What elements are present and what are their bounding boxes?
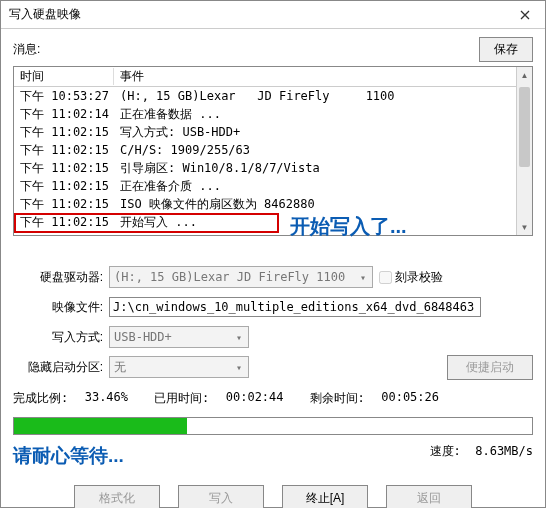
abort-button[interactable]: 终止[A] — [282, 485, 368, 508]
speed-value: 8.63MB/s — [475, 444, 533, 458]
burn-verify-checkbox[interactable]: 刻录校验 — [379, 269, 443, 286]
annotation-start-writing: 开始写入了... — [290, 213, 407, 240]
close-icon — [520, 10, 530, 20]
titlebar: 写入硬盘映像 — [1, 1, 545, 29]
burn-verify-input — [379, 271, 392, 284]
write-mode-select: USB-HDD+ — [109, 326, 249, 348]
scroll-up-icon[interactable]: ▲ — [517, 67, 532, 83]
info-label: 消息: — [13, 41, 40, 58]
hidden-partition-label: 隐藏启动分区: — [13, 359, 109, 376]
percent-label: 完成比例: — [13, 390, 68, 407]
remaining-value: 00:05:26 — [381, 390, 439, 407]
log-rows: 下午 10:53:27(H:, 15 GB)Lexar JD FireFly 1… — [14, 87, 516, 231]
progress-bar — [13, 417, 533, 435]
log-panel: 时间 事件 下午 10:53:27(H:, 15 GB)Lexar JD Fir… — [13, 66, 533, 236]
image-path-field[interactable] — [109, 297, 481, 317]
button-row: 格式化 写入 终止[A] 返回 — [13, 485, 533, 508]
remaining-label: 剩余时间: — [310, 390, 365, 407]
elapsed-label: 已用时间: — [154, 390, 209, 407]
log-row: 下午 10:53:27(H:, 15 GB)Lexar JD FireFly 1… — [14, 87, 516, 105]
hidden-partition-select: 无 — [109, 356, 249, 378]
dialog-window: 写入硬盘映像 消息: 保存 时间 事件 下午 10:53:27(H:, 15 G… — [0, 0, 546, 508]
log-row: 下午 11:02:14正在准备数据 ... — [14, 105, 516, 123]
column-event[interactable]: 事件 — [114, 68, 516, 85]
close-button[interactable] — [505, 1, 545, 28]
log-row: 下午 11:02:15正在准备介质 ... — [14, 177, 516, 195]
annotation-please-wait: 请耐心等待... — [13, 443, 124, 469]
speed-label: 速度: — [430, 444, 461, 458]
format-button: 格式化 — [74, 485, 160, 508]
progress-fill — [14, 418, 187, 434]
save-button[interactable]: 保存 — [479, 37, 533, 62]
percent-value: 33.46% — [85, 390, 128, 407]
log-header: 时间 事件 — [14, 67, 516, 87]
log-row: 下午 11:02:15ISO 映像文件的扇区数为 8462880 — [14, 195, 516, 213]
write-button: 写入 — [178, 485, 264, 508]
log-scrollbar[interactable]: ▲ ▼ — [516, 67, 532, 235]
log-row: 下午 11:02:15开始写入 ... — [14, 213, 516, 231]
stats-row: 完成比例: 33.46% 已用时间: 00:02:44 剩余时间: 00:05:… — [13, 390, 533, 407]
scroll-thumb[interactable] — [519, 87, 530, 167]
elapsed-value: 00:02:44 — [226, 390, 284, 407]
log-row: 下午 11:02:15C/H/S: 1909/255/63 — [14, 141, 516, 159]
drive-label: 硬盘驱动器: — [13, 269, 109, 286]
image-label: 映像文件: — [13, 299, 109, 316]
column-time[interactable]: 时间 — [14, 68, 114, 85]
scroll-down-icon[interactable]: ▼ — [517, 219, 532, 235]
form-area: 硬盘驱动器: (H:, 15 GB)Lexar JD FireFly 1100 … — [13, 264, 533, 384]
quick-boot-button: 便捷启动 — [447, 355, 533, 380]
drive-select: (H:, 15 GB)Lexar JD FireFly 1100 — [109, 266, 373, 288]
log-row: 下午 11:02:15引导扇区: Win10/8.1/8/7/Vista — [14, 159, 516, 177]
window-title: 写入硬盘映像 — [9, 6, 81, 23]
log-row: 下午 11:02:15写入方式: USB-HDD+ — [14, 123, 516, 141]
back-button: 返回 — [386, 485, 472, 508]
write-mode-label: 写入方式: — [13, 329, 109, 346]
